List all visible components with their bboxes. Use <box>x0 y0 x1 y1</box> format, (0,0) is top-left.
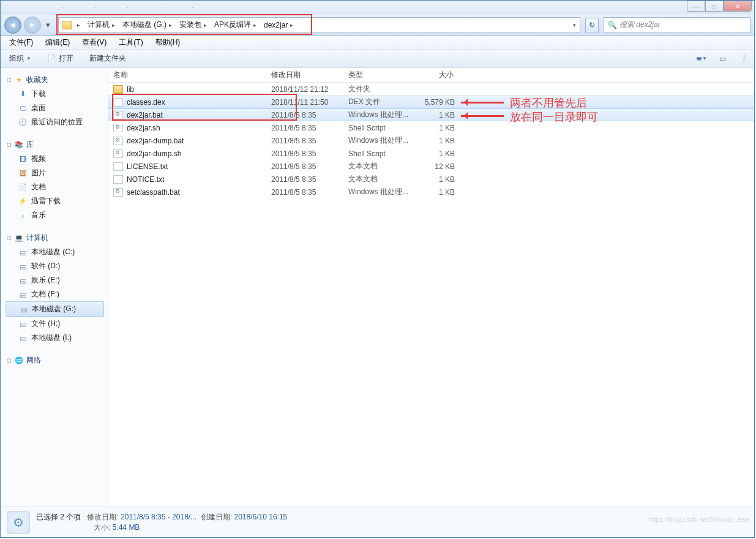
picture-icon: 🖼 <box>18 169 28 178</box>
annotation-arrow <box>461 102 504 104</box>
file-type: Windows 批处理... <box>343 187 414 197</box>
sidebar-drive-h[interactable]: 🖴文件 (H:) <box>6 317 108 331</box>
folder-icon <box>62 21 72 29</box>
file-row[interactable]: LICENSE.txt2011/8/5 8:35文本文档12 KB <box>108 160 754 173</box>
sidebar-drive-i[interactable]: 🖴本地磁盘 (I:) <box>6 331 108 345</box>
music-icon: ♪ <box>18 211 28 220</box>
sidebar-pictures[interactable]: 🖼图片 <box>6 166 108 180</box>
organize-button[interactable]: 组织▼ <box>6 52 35 65</box>
file-row[interactable]: lib2018/11/12 21:12文件夹 <box>108 83 754 96</box>
open-button[interactable]: 📄打开 <box>43 52 77 65</box>
search-placeholder: 搜索 dex2jar <box>619 20 661 30</box>
breadcrumb-apk[interactable]: APK反编译▸ <box>211 18 260 32</box>
menu-file[interactable]: 文件(F) <box>4 36 38 49</box>
file-type: DEX 文件 <box>343 97 414 107</box>
file-name: dex2jar-dump.bat <box>127 137 184 145</box>
sidebar-drive-d[interactable]: 🖴软件 (D:) <box>6 259 108 273</box>
sidebar-recent[interactable]: 🕘最近访问的位置 <box>6 115 108 129</box>
forward-button[interactable]: ► <box>24 17 41 34</box>
help-button[interactable]: ❔ <box>737 53 749 64</box>
breadcrumb-drive-g[interactable]: 本地磁盘 (G:)▸ <box>119 18 176 32</box>
drive-icon: 🖴 <box>18 276 28 285</box>
minimize-button[interactable]: — <box>687 1 705 12</box>
sidebar-favorites[interactable]: ▢★收藏夹 <box>6 73 108 87</box>
file-type: Shell Script <box>343 149 414 158</box>
sidebar-videos[interactable]: 🎞视频 <box>6 152 108 166</box>
menu-help[interactable]: 帮助(H) <box>151 36 185 49</box>
column-date[interactable]: 修改日期 <box>266 70 343 80</box>
address-bar[interactable]: ▸ 计算机▸ 本地磁盘 (G:)▸ 安装包▸ APK反编译▸ dex2jar▸ … <box>58 17 580 33</box>
file-name: lib <box>127 85 134 94</box>
file-row[interactable]: dex2jar.bat2011/8/5 8:35Windows 批处理...1 … <box>108 108 754 121</box>
search-input[interactable]: 🔍 搜索 dex2jar <box>604 17 750 33</box>
menu-tools[interactable]: 工具(T) <box>114 36 148 49</box>
file-size: 1 KB <box>414 175 458 184</box>
drive-icon: 🖴 <box>18 334 28 342</box>
file-row[interactable]: dex2jar-dump.bat2011/8/5 8:35Windows 批处理… <box>108 134 754 147</box>
back-button[interactable]: ◄ <box>4 17 21 34</box>
sidebar-drive-c[interactable]: 🖴本地磁盘 (C:) <box>6 245 108 259</box>
command-bar: 组织▼ 📄打开 新建文件夹 ≣ ▼ ▭ ❔ <box>1 50 754 68</box>
history-dropdown[interactable]: ▾ <box>43 17 52 34</box>
file-name: dex2jar.sh <box>127 124 160 132</box>
file-row[interactable]: setclasspath.bat2011/8/5 8:35Windows 批处理… <box>108 186 754 198</box>
sidebar-desktop[interactable]: 🖵桌面 <box>6 101 108 115</box>
star-icon: ★ <box>14 76 24 85</box>
drive-icon: 🖴 <box>18 290 28 299</box>
sidebar-downloads[interactable]: ⬇下载 <box>6 87 108 101</box>
document-icon: 📄 <box>18 183 28 192</box>
file-type: 文本文档 <box>343 174 414 184</box>
file-type: Shell Script <box>343 124 414 132</box>
navigation-pane: ▢★收藏夹 ⬇下载 🖵桌面 🕘最近访问的位置 ▢📚库 🎞视频 🖼图片 📄文档 ⚡… <box>1 68 108 507</box>
file-icon <box>113 98 123 107</box>
drive-icon: 🖴 <box>18 248 28 257</box>
view-options-button[interactable]: ≣ ▼ <box>695 53 708 64</box>
preview-pane-button[interactable]: ▭ <box>716 53 728 64</box>
file-name: setclasspath.bat <box>127 188 180 197</box>
column-headers: 名称 修改日期 类型 大小 <box>108 68 754 83</box>
sidebar-network[interactable]: ▢🌐网络 <box>6 353 108 368</box>
file-date: 2018/11/12 21:12 <box>266 85 343 94</box>
refresh-button[interactable]: ↻ <box>585 18 599 32</box>
breadcrumb-computer[interactable]: 计算机▸ <box>84 18 119 32</box>
status-info: 已选择 2 个项 修改日期: 2011/8/5 8:35 - 2018/... … <box>36 512 287 533</box>
bat-icon <box>113 188 123 197</box>
recent-icon: 🕘 <box>18 118 28 127</box>
breadcrumb-dex2jar[interactable]: dex2jar▸ <box>260 18 297 32</box>
file-icon: 📄 <box>47 55 56 63</box>
column-size[interactable]: 大小 <box>414 70 458 80</box>
drive-icon: 🖴 <box>18 305 28 314</box>
sidebar-computer[interactable]: ▢💻计算机 <box>6 231 108 245</box>
file-type: 文件夹 <box>343 84 414 94</box>
file-date: 2011/8/5 8:35 <box>266 111 343 119</box>
computer-icon: 💻 <box>14 234 24 243</box>
menu-edit[interactable]: 编辑(E) <box>40 36 75 49</box>
bat-icon <box>113 111 123 119</box>
file-row[interactable]: classes.dex2018/11/11 21:50DEX 文件5,579 K… <box>108 96 754 108</box>
new-folder-button[interactable]: 新建文件夹 <box>86 52 130 65</box>
sidebar-music[interactable]: ♪音乐 <box>6 208 108 222</box>
file-name: dex2jar.bat <box>127 111 163 119</box>
column-name[interactable]: 名称 <box>108 70 266 80</box>
maximize-button[interactable]: □ <box>705 1 724 12</box>
sidebar-drive-g[interactable]: 🖴本地磁盘 (G:) <box>6 301 104 317</box>
address-dropdown[interactable]: ▾ <box>567 18 580 32</box>
sidebar-libraries[interactable]: ▢📚库 <box>6 138 108 152</box>
bat-icon <box>113 124 123 132</box>
file-row[interactable]: NOTICE.txt2011/8/5 8:35文本文档1 KB <box>108 173 754 186</box>
breadcrumb-install[interactable]: 安装包▸ <box>176 18 211 32</box>
file-size: 12 KB <box>414 162 458 171</box>
sidebar-documents[interactable]: 📄文档 <box>6 180 108 194</box>
title-bar: ····· — □ ✕ <box>1 1 754 14</box>
close-button[interactable]: ✕ <box>724 1 752 12</box>
sidebar-drive-e[interactable]: 🖴娱乐 (E:) <box>6 273 108 287</box>
sidebar-thunder[interactable]: ⚡迅雷下载 <box>6 194 108 208</box>
folder-icon <box>113 85 123 94</box>
file-row[interactable]: dex2jar-dump.sh2011/8/5 8:35Shell Script… <box>108 147 754 160</box>
file-list-pane: 名称 修改日期 类型 大小 lib2018/11/12 21:12文件夹clas… <box>108 68 754 507</box>
menu-view[interactable]: 查看(V) <box>77 36 111 49</box>
sidebar-drive-f[interactable]: 🖴文档 (F:) <box>6 287 108 301</box>
file-row[interactable]: dex2jar.sh2011/8/5 8:35Shell Script1 KB <box>108 121 754 134</box>
thunder-icon: ⚡ <box>18 197 28 206</box>
column-type[interactable]: 类型 <box>343 70 414 80</box>
